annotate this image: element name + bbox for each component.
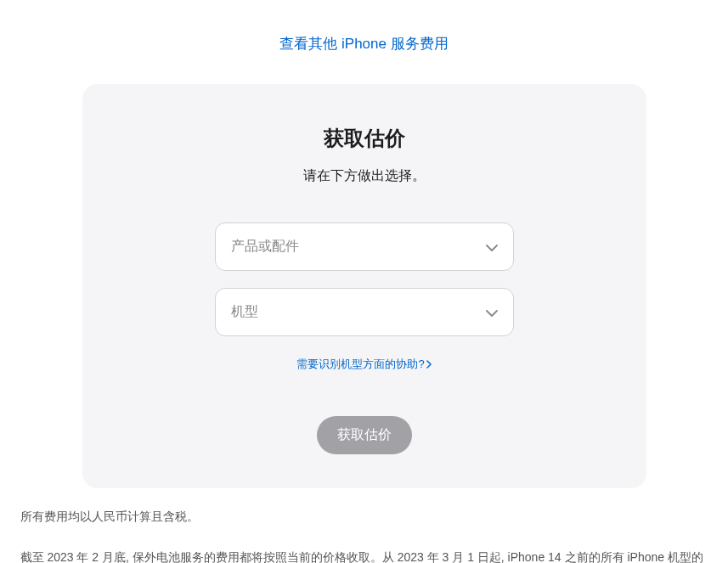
get-estimate-button[interactable]: 获取估价: [317, 416, 412, 454]
card-subtitle: 请在下方做出选择。: [303, 167, 426, 185]
card-title: 获取估价: [324, 125, 405, 152]
footer-tax-note: 所有费用均以人民币计算且含税。: [20, 507, 708, 526]
view-other-iphone-fees-link[interactable]: 查看其他 iPhone 服务费用: [279, 34, 448, 53]
model-identify-help-link[interactable]: 需要识别机型方面的协助?: [296, 357, 431, 372]
footer-price-change-note: 截至 2023 年 2 月底, 保外电池服务的费用都将按照当前的价格收取。从 2…: [20, 544, 708, 563]
estimate-card: 获取估价 请在下方做出选择。 产品或配件 机型: [82, 84, 646, 488]
model-select[interactable]: 机型: [215, 288, 514, 336]
product-or-accessory-select[interactable]: 产品或配件: [215, 222, 514, 271]
chevron-down-icon: [486, 305, 498, 320]
footer-text-part1: 截至 2023 年 2 月底, 保外电池服务的费用都将按照当前的价格收取。从 2…: [20, 550, 703, 563]
select-placeholder: 机型: [231, 303, 258, 321]
chevron-down-icon: [486, 239, 498, 255]
footer-text: 所有费用均以人民币计算且含税。 截至 2023 年 2 月底, 保外电池服务的费…: [14, 507, 715, 563]
select-placeholder: 产品或配件: [231, 238, 299, 256]
help-link-text: 需要识别机型方面的协助?: [296, 357, 424, 372]
chevron-right-icon: [426, 358, 432, 371]
